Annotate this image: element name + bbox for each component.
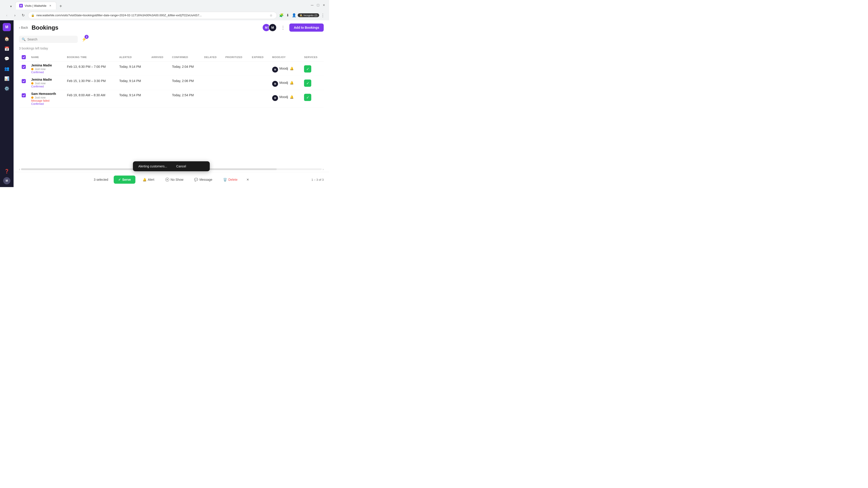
row-2-status-row: Just now <box>31 82 61 85</box>
th-moodjoy: MOODJOY <box>270 53 301 62</box>
row-3-bell-icon[interactable]: 🔔 <box>290 95 293 99</box>
th-delayed: DELAYED <box>202 53 223 62</box>
row-3-checkbox[interactable] <box>22 93 26 97</box>
row-2-moodjoy: M Moodj 🔔 <box>270 76 301 90</box>
bell-action-icon: 🔔 <box>143 178 147 182</box>
message-icon: 💬 <box>194 178 198 182</box>
profile-btn[interactable]: 👤 <box>291 13 297 18</box>
active-tab[interactable]: M Visits | Waitwhile × <box>16 2 56 9</box>
back-nav-btn[interactable]: ‹ <box>4 12 10 19</box>
row-2-alerted: Today, 9:14 PM <box>116 76 149 90</box>
sidebar-user-avatar[interactable]: M <box>3 177 10 184</box>
new-tab-btn[interactable]: + <box>58 3 64 9</box>
table-row: Sam Hemsworth Just now Message failed Co… <box>19 90 324 107</box>
search-input[interactable] <box>27 37 72 41</box>
sidebar-item-analytics[interactable]: 📊 <box>3 74 11 83</box>
row-1-booking-time: Feb 13, 6:30 PM – 7:00 PM <box>64 62 116 76</box>
th-checkbox <box>19 53 29 62</box>
row-1-mj-avatar: M <box>272 67 278 72</box>
sidebar-item-settings[interactable]: ⚙️ <box>3 85 11 93</box>
search-input-wrap[interactable]: 🔍 <box>19 36 78 43</box>
th-name: NAME <box>29 53 64 62</box>
th-expired: EXPIRED <box>249 53 270 62</box>
row-1-delayed <box>202 62 223 76</box>
check-icon: ✓ <box>118 178 121 182</box>
row-3-status-failed: Message failed <box>31 99 61 102</box>
sidebar-bottom: ❓ M <box>3 167 11 184</box>
avatar-2[interactable]: M <box>269 24 277 32</box>
row-1-service-btn[interactable]: ✓ <box>304 65 311 72</box>
th-alerted: ALERTED <box>116 53 149 62</box>
tab-close-btn[interactable]: × <box>49 4 53 8</box>
row-1-bell-icon[interactable]: 🔔 <box>290 67 293 70</box>
scroll-left-btn[interactable]: ‹ <box>19 167 20 171</box>
cancel-toast-btn[interactable]: Cancel <box>176 164 186 168</box>
serve-button[interactable]: ✓ Serve <box>114 175 135 184</box>
sidebar-item-calendar[interactable]: 📅 <box>3 45 11 53</box>
row-2-prioritized <box>223 76 249 90</box>
th-prioritized: PRIORITIZED <box>223 53 249 62</box>
pagination: 1 – 3 of 3 <box>311 178 324 182</box>
row-1-checkbox[interactable] <box>22 65 26 69</box>
delete-button[interactable]: 🗑️ Delete <box>219 175 241 184</box>
no-show-button[interactable]: ✕ No Show <box>162 175 187 184</box>
row-1-services: ✓ <box>301 62 324 76</box>
close-btn[interactable]: × <box>321 3 327 8</box>
message-button[interactable]: 💬 Message <box>191 175 216 184</box>
minimize-btn[interactable]: ─ <box>310 3 315 8</box>
sidebar-item-home[interactable]: 🏠 <box>3 35 11 43</box>
close-action-bar-btn[interactable]: × <box>247 177 249 182</box>
alerting-text: Alerting customers... <box>138 164 167 168</box>
forward-nav-btn[interactable]: › <box>12 12 18 19</box>
row-2-bell-icon[interactable]: 🔔 <box>290 81 293 85</box>
menu-btn[interactable]: ⋮ <box>320 13 326 18</box>
tab-switcher-btn[interactable]: ▾ <box>8 3 14 9</box>
back-button[interactable]: ‹ Back <box>19 26 28 29</box>
maximize-btn[interactable]: □ <box>315 3 320 8</box>
more-options-btn[interactable]: ⋮ <box>279 24 287 31</box>
row-2-mj-avatar: M <box>272 81 278 87</box>
row-3-name-cell[interactable]: Sam Hemsworth Just now Message failed Co… <box>29 90 64 107</box>
search-bar: 🔍 ⚡ 2 <box>13 35 329 46</box>
row-1-name-cell[interactable]: Jemina Madie Just now Confirmed <box>29 62 64 76</box>
row-3-status-time: Just now <box>35 96 45 99</box>
add-to-bookings-btn[interactable]: Add to Bookings <box>289 24 324 32</box>
select-all-checkbox[interactable] <box>22 55 26 59</box>
url-bar[interactable]: 🔒 new.waitwhile.com/visits?visitState=bo… <box>28 12 277 19</box>
row-3-status-row: Just now <box>31 96 61 99</box>
row-2-name-cell[interactable]: Jemina Madie Just now Confirmed <box>29 76 64 90</box>
no-show-icon: ✕ <box>165 177 169 182</box>
row-2-name: Jemina Madie <box>31 78 61 81</box>
row-2-checkbox[interactable] <box>22 79 26 83</box>
row-3-name: Sam Hemsworth <box>31 92 61 96</box>
row-2-services: ✓ <box>301 76 324 90</box>
row-1-arrived <box>149 62 169 76</box>
bookmark-btn[interactable]: ☆ <box>269 13 274 18</box>
row-2-mj-name: Moodj <box>279 81 288 85</box>
selected-count: 3 selected <box>94 178 108 182</box>
sidebar-item-help[interactable]: ❓ <box>3 167 11 175</box>
reload-btn[interactable]: ↻ <box>20 12 26 19</box>
sidebar-item-users[interactable]: 👥 <box>3 65 11 73</box>
row-3-service-btn[interactable]: ✓ <box>304 94 311 101</box>
downloads-btn[interactable]: ⬇ <box>285 13 290 18</box>
incognito-badge: 🕵 Incognito (2) <box>298 13 319 17</box>
sidebar-item-messages[interactable]: 💬 <box>3 55 11 63</box>
avatar-group: M M <box>262 24 277 32</box>
url-text: new.waitwhile.com/visits?visitState=book… <box>36 13 267 17</box>
row-2-service-btn[interactable]: ✓ <box>304 79 311 87</box>
filter-badge[interactable]: ⚡ 2 <box>81 36 88 43</box>
extensions-btn[interactable]: 🧩 <box>279 13 284 18</box>
row-3-checkbox-cell <box>19 90 29 107</box>
alert-button[interactable]: 🔔 Alert <box>139 175 158 184</box>
row-3-delayed <box>202 90 223 107</box>
sidebar-logo: M <box>3 23 11 31</box>
row-1-status-time: Just now <box>35 68 45 71</box>
row-2-booking-time: Feb 15, 1:30 PM – 3:30 PM <box>64 76 116 90</box>
tab-bar: ▾ M Visits | Waitwhile × + <box>5 1 66 9</box>
tab-title: Visits | Waitwhile <box>25 4 46 7</box>
browser-chrome: ▾ M Visits | Waitwhile × + ─ □ × ‹ › ↻ 🔒… <box>0 0 329 20</box>
delete-icon: 🗑️ <box>223 178 227 182</box>
scroll-right-btn[interactable]: › <box>322 167 324 171</box>
th-booking-time: BOOKING TIME <box>64 53 116 62</box>
